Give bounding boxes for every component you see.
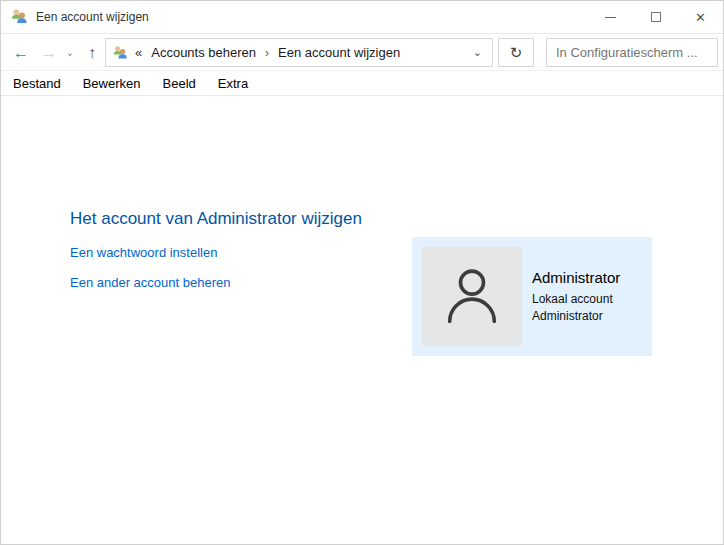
breadcrumb-accounts-beheren[interactable]: Accounts beheren bbox=[151, 45, 256, 60]
avatar bbox=[422, 247, 522, 346]
title-bar: Een account wijzigen ✕ bbox=[1, 1, 723, 34]
navigation-toolbar: ← → ⌄ ↑ « Accounts beheren › Een account… bbox=[1, 34, 723, 71]
page-title: Het account van Administrator wijzigen bbox=[70, 209, 362, 229]
up-icon: ↑ bbox=[88, 44, 96, 62]
address-dropdown-icon[interactable]: ⌄ bbox=[473, 46, 482, 59]
menu-beeld[interactable]: Beeld bbox=[161, 74, 198, 93]
control-panel-window: Een account wijzigen ✕ ← → ⌄ ↑ bbox=[0, 0, 724, 545]
account-name: Administrator bbox=[532, 269, 620, 286]
close-button[interactable]: ✕ bbox=[678, 1, 723, 33]
forward-button[interactable]: → bbox=[35, 34, 63, 71]
menu-bestand[interactable]: Bestand bbox=[11, 74, 63, 93]
account-type: Lokaal account bbox=[532, 291, 620, 308]
user-accounts-icon bbox=[112, 45, 128, 61]
back-icon: ← bbox=[13, 44, 29, 62]
user-accounts-icon bbox=[10, 8, 28, 26]
menu-bewerken[interactable]: Bewerken bbox=[81, 74, 143, 93]
close-icon: ✕ bbox=[695, 11, 706, 24]
breadcrumb-separator-icon[interactable]: › bbox=[265, 46, 269, 60]
window-title: Een account wijzigen bbox=[36, 10, 149, 24]
up-button[interactable]: ↑ bbox=[79, 34, 105, 71]
minimize-button[interactable] bbox=[588, 1, 633, 33]
recent-pages-button[interactable]: ⌄ bbox=[61, 34, 79, 71]
account-tile[interactable]: Administrator Lokaal account Administrat… bbox=[412, 237, 652, 356]
breadcrumb-een-account-wijzigen[interactable]: Een account wijzigen bbox=[278, 45, 400, 60]
maximize-icon bbox=[651, 12, 661, 22]
breadcrumb-overflow-icon[interactable]: « bbox=[135, 45, 142, 60]
menu-extra[interactable]: Extra bbox=[216, 74, 250, 93]
account-tile-text: Administrator Lokaal account Administrat… bbox=[532, 269, 620, 325]
chevron-down-icon: ⌄ bbox=[66, 47, 74, 58]
account-role: Administrator bbox=[532, 308, 620, 325]
address-bar[interactable]: « Accounts beheren › Een account wijzige… bbox=[105, 38, 493, 67]
search-input[interactable] bbox=[547, 39, 724, 66]
maximize-button[interactable] bbox=[633, 1, 678, 33]
main-content: Het account van Administrator wijzigen E… bbox=[1, 96, 723, 545]
menu-bar: Bestand Bewerken Beeld Extra bbox=[1, 71, 723, 96]
back-button[interactable]: ← bbox=[7, 34, 35, 71]
person-icon bbox=[436, 258, 508, 336]
forward-icon: → bbox=[41, 44, 57, 62]
minimize-icon bbox=[605, 17, 616, 18]
link-set-password[interactable]: Een wachtwoord instellen bbox=[70, 245, 217, 260]
link-manage-another-account[interactable]: Een ander account beheren bbox=[70, 275, 230, 290]
refresh-icon: ↻ bbox=[510, 44, 523, 62]
refresh-button[interactable]: ↻ bbox=[498, 38, 534, 67]
search-box bbox=[546, 38, 718, 67]
